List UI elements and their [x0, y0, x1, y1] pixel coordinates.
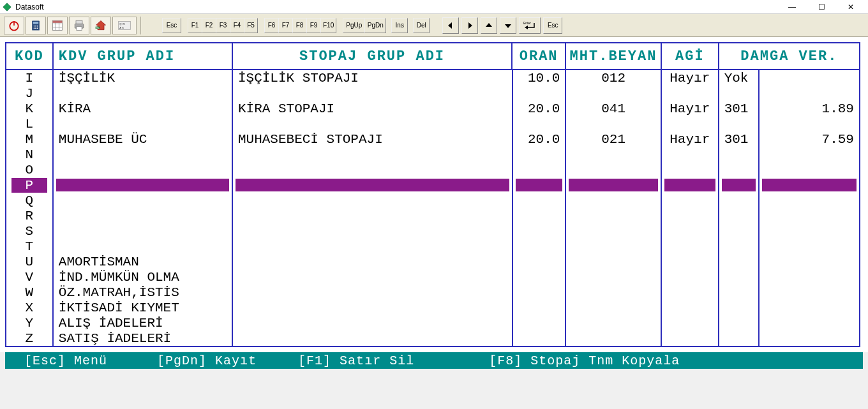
cell-agi[interactable]: [662, 285, 718, 300]
cell-kdv[interactable]: MUHASEBE ÜC: [54, 131, 232, 147]
cell-agi[interactable]: [662, 147, 718, 162]
cell-stopaj[interactable]: [233, 315, 512, 331]
calculator-icon[interactable]: [26, 17, 46, 34]
highlight-cell[interactable]: [236, 179, 509, 191]
cell-damga1[interactable]: [719, 315, 759, 331]
kod-letter-N[interactable]: N: [11, 147, 47, 162]
cell-kdv[interactable]: [54, 116, 232, 131]
cell-damga2[interactable]: [760, 254, 859, 269]
cell-kdv[interactable]: ALIŞ İADELERİ: [54, 315, 232, 331]
key-f6[interactable]: F6: [264, 18, 278, 33]
esc-button[interactable]: Esc: [543, 17, 562, 34]
highlight-cell[interactable]: [56, 179, 229, 191]
cell-damga2[interactable]: [760, 70, 859, 86]
cell-oran[interactable]: 10.0: [513, 70, 565, 86]
window-close-button[interactable]: ✕: [836, 0, 865, 14]
cell-stopaj[interactable]: KİRA STOPAJI: [233, 101, 512, 116]
kod-letter-M[interactable]: M: [11, 132, 47, 147]
cell-damga1[interactable]: [719, 254, 759, 269]
cell-damga1[interactable]: [719, 116, 759, 131]
arrow-down-button[interactable]: [500, 17, 516, 34]
key-pgdn[interactable]: PgDn: [364, 18, 386, 33]
cell-stopaj[interactable]: [233, 116, 512, 131]
cell-stopaj[interactable]: [233, 239, 512, 254]
cell-stopaj[interactable]: İŞÇİLİK STOPAJI: [233, 70, 512, 86]
arrow-left-button[interactable]: [442, 17, 459, 34]
kod-letter-U[interactable]: U: [11, 255, 47, 269]
cell-damga2[interactable]: [760, 300, 859, 315]
cell-stopaj[interactable]: [233, 147, 512, 162]
cell-damga2[interactable]: [760, 116, 859, 131]
cell-stopaj[interactable]: [233, 208, 512, 223]
cell-oran[interactable]: [513, 193, 565, 208]
cell-stopaj[interactable]: MUHASEBECİ STOPAJI: [233, 131, 512, 147]
cell-kdv[interactable]: [54, 86, 232, 101]
cell-kdv[interactable]: [54, 239, 232, 254]
cell-oran[interactable]: [513, 254, 565, 269]
cell-oran[interactable]: 20.0: [513, 131, 565, 147]
kod-letter-T[interactable]: T: [11, 239, 47, 254]
cell-damga2[interactable]: 7.59: [760, 131, 859, 147]
power-icon[interactable]: [4, 17, 24, 34]
highlight-cell[interactable]: [516, 179, 563, 191]
cell-mht[interactable]: [566, 331, 661, 346]
cell-damga1[interactable]: [719, 331, 759, 346]
cell-mht[interactable]: 021: [566, 131, 661, 147]
cell-oran[interactable]: [513, 331, 565, 346]
cell-oran[interactable]: [513, 147, 565, 162]
cell-mht[interactable]: [566, 269, 661, 285]
kod-letter-Q[interactable]: Q: [11, 193, 47, 208]
kod-letter-W[interactable]: W: [11, 285, 47, 300]
cell-damga1[interactable]: [719, 300, 759, 315]
kod-letter-Z[interactable]: Z: [11, 331, 47, 346]
kod-letter-V[interactable]: V: [11, 270, 47, 285]
cell-agi[interactable]: [662, 223, 718, 239]
cell-kdv[interactable]: [54, 147, 232, 162]
cell-damga1[interactable]: [719, 147, 759, 162]
cell-oran[interactable]: [513, 86, 565, 101]
kod-letter-O[interactable]: O: [11, 163, 47, 177]
cell-mht[interactable]: [566, 86, 661, 101]
cell-kdv[interactable]: İND.MÜMKÜN OLMA: [54, 269, 232, 285]
printer-icon[interactable]: [69, 17, 89, 34]
kod-letter-J[interactable]: J: [11, 86, 47, 101]
cell-mht[interactable]: [566, 162, 661, 177]
cell-mht[interactable]: [566, 239, 661, 254]
cell-mht[interactable]: [566, 285, 661, 300]
cell-damga2[interactable]: [760, 269, 859, 285]
cell-stopaj[interactable]: [233, 300, 512, 315]
cell-damga2[interactable]: 1.89: [760, 101, 859, 116]
cell-mht[interactable]: [566, 208, 661, 223]
cell-mht[interactable]: [566, 254, 661, 269]
kod-letter-X[interactable]: X: [11, 301, 47, 315]
cell-oran[interactable]: [513, 269, 565, 285]
cell-agi[interactable]: Hayır: [662, 101, 718, 116]
cell-stopaj[interactable]: [233, 162, 512, 177]
key-f10[interactable]: F10: [320, 18, 336, 33]
cell-damga1[interactable]: 301: [719, 101, 759, 116]
cell-oran[interactable]: [513, 223, 565, 239]
cell-damga2[interactable]: [760, 223, 859, 239]
cell-stopaj[interactable]: [233, 285, 512, 300]
keyboard-icon[interactable]: Q WA S: [112, 17, 137, 34]
kod-letter-S[interactable]: S: [11, 224, 47, 239]
cell-mht[interactable]: [566, 193, 661, 208]
cell-damga1[interactable]: [719, 193, 759, 208]
highlight-cell[interactable]: [722, 179, 756, 191]
cell-mht[interactable]: [566, 147, 661, 162]
cell-agi[interactable]: Hayır: [662, 70, 718, 86]
grid-icon[interactable]: [47, 17, 68, 34]
cell-oran[interactable]: [513, 239, 565, 254]
cell-agi[interactable]: [662, 116, 718, 131]
cell-damga2[interactable]: [760, 193, 859, 208]
window-maximize-button[interactable]: ☐: [807, 0, 836, 14]
kod-letter-I[interactable]: I: [11, 71, 47, 86]
cell-stopaj[interactable]: [233, 269, 512, 285]
cell-agi[interactable]: [662, 239, 718, 254]
cell-stopaj[interactable]: [233, 254, 512, 269]
key-pgup[interactable]: PgUp: [343, 18, 364, 33]
cell-kdv[interactable]: [54, 223, 232, 239]
cell-damga2[interactable]: [760, 162, 859, 177]
cell-kdv[interactable]: SATIŞ İADELERİ: [54, 331, 232, 346]
cell-damga2[interactable]: [760, 208, 859, 223]
